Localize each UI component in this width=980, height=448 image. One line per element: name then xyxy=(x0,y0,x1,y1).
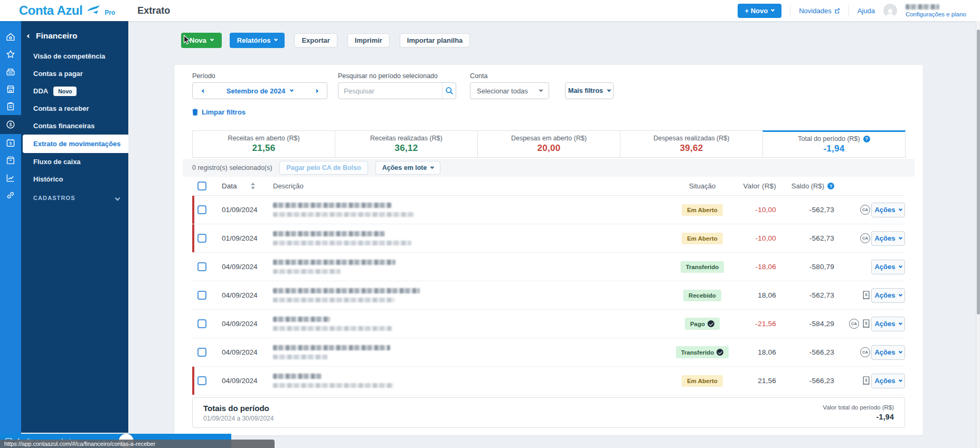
bulk-actions-bar: 0 registro(s) selecionado(s) Pagar pelo … xyxy=(183,159,915,177)
ca-de-bolso-icon: CA xyxy=(860,233,870,243)
user-block: Configurações e plano xyxy=(906,4,966,17)
next-period-button[interactable] xyxy=(306,83,327,99)
svg-text:$: $ xyxy=(865,378,868,383)
rail-package-icon[interactable] xyxy=(0,151,21,169)
overdue-flag xyxy=(192,367,194,395)
svg-text:$: $ xyxy=(865,321,868,326)
periodo-label: Período xyxy=(192,72,327,80)
sort-icon[interactable] xyxy=(251,183,255,189)
overdue-flag xyxy=(192,224,194,252)
receipt-icon: $ xyxy=(862,376,870,385)
importar-planilha-button[interactable]: Importar planilha xyxy=(400,33,470,47)
search-input[interactable] xyxy=(338,87,442,95)
help-icon[interactable]: ? xyxy=(827,183,834,189)
card-despesas-em-aberto[interactable]: Despesas em aberto (R$) 20,00 xyxy=(477,130,620,158)
sidebar-item-fluxo-de-caixa[interactable]: Fluxo de caixa xyxy=(21,153,128,170)
acoes-em-lote-button[interactable]: Ações em lote xyxy=(375,161,441,175)
card-total-do-periodo[interactable]: Total do período (R$) ? -1,94 xyxy=(762,130,906,158)
rail-home-icon[interactable] xyxy=(0,28,21,45)
sidebar-items: Visão de competência Contas a pagar DDA … xyxy=(21,47,128,188)
sidebar-icon-rail: $ $ xyxy=(0,21,21,434)
status-badge: Transferido xyxy=(681,261,724,273)
description-redacted xyxy=(266,203,671,217)
chevron-down-icon xyxy=(539,88,543,92)
receipt-icon: $ xyxy=(862,291,870,300)
card-receitas-em-aberto[interactable]: Receitas em aberto (R$) 21,56 xyxy=(192,130,335,158)
select-all-checkbox[interactable] xyxy=(197,182,206,190)
description-redacted xyxy=(266,288,671,302)
divider xyxy=(790,5,790,16)
avatar[interactable] xyxy=(883,4,897,17)
rail-chart-line-icon[interactable] xyxy=(0,169,21,186)
rail-clipboard-icon[interactable] xyxy=(0,98,21,115)
scrollbar[interactable] xyxy=(976,21,980,448)
content-card: Período Setembro de 2024 Pesquisar no pe… xyxy=(174,65,923,435)
row-checkbox[interactable] xyxy=(197,205,206,214)
page-title: Extrato xyxy=(137,5,170,16)
rail-store-icon[interactable] xyxy=(0,80,21,98)
previous-period-button[interactable] xyxy=(193,83,214,99)
limpar-filtros-link[interactable]: Limpar filtros xyxy=(192,108,246,116)
sidebar-section-cadastros[interactable]: CADASTROS xyxy=(21,195,128,201)
help-icon[interactable]: ? xyxy=(863,136,870,142)
filters-bar: Período Setembro de 2024 Pesquisar no pe… xyxy=(192,72,905,99)
table-row: 04/09/2024 Pago -21,56 -584,29 CA $ Açõe… xyxy=(192,310,905,338)
summary-cards: Receitas em aberto (R$) 21,56 Receitas r… xyxy=(192,130,905,158)
sidebar-item-historico[interactable]: Histórico xyxy=(21,170,128,188)
card-receitas-realizadas[interactable]: Receitas realizadas (R$) 36,12 xyxy=(335,130,478,158)
row-checkbox[interactable] xyxy=(197,376,206,385)
row-checkbox[interactable] xyxy=(197,234,206,243)
rail-link-icon[interactable] xyxy=(0,186,21,204)
row-checkbox[interactable] xyxy=(197,291,206,300)
acoes-button[interactable]: Ações xyxy=(871,231,905,246)
imprimir-button[interactable]: Imprimir xyxy=(347,33,390,47)
table-header: Data Descrição Situação Valor (R$) Saldo… xyxy=(192,177,905,196)
rail-calendar-dollar-icon[interactable]: $ xyxy=(0,134,21,151)
novidades-link[interactable]: Novidades xyxy=(799,7,840,15)
period-totals: Totais do período 01/09/2024 a 30/09/202… xyxy=(192,397,905,428)
acoes-button[interactable]: Ações xyxy=(871,374,905,388)
sidebar-item-extrato-de-movimentacoes[interactable]: Extrato de movimentações xyxy=(23,135,128,153)
row-checkbox[interactable] xyxy=(197,348,206,357)
scrollbar-thumb[interactable] xyxy=(977,30,980,314)
acoes-button[interactable]: Ações xyxy=(871,203,905,217)
novo-button[interactable]: + Novo xyxy=(738,4,782,18)
status-badge: Pago xyxy=(685,318,720,330)
sidebar-section-financeiro[interactable]: Financeiro xyxy=(21,21,128,41)
relatorios-button[interactable]: Relatórios xyxy=(230,33,285,48)
ca-de-bolso-icon: CA xyxy=(849,319,859,329)
search-button[interactable] xyxy=(442,83,456,99)
row-checkbox[interactable] xyxy=(197,262,206,271)
chevron-down-icon xyxy=(290,88,294,92)
card-despesas-realizadas[interactable]: Despesas realizadas (R$) 39,62 xyxy=(620,130,763,158)
status-badge: Em Aberto xyxy=(682,204,723,216)
pagar-ca-bolso-button[interactable]: Pagar pelo CA de Bolso xyxy=(279,161,368,175)
contaazul-logo[interactable]: Conta Azul Pro xyxy=(19,3,115,18)
ajuda-link[interactable]: Ajuda xyxy=(858,7,875,15)
column-data: Data xyxy=(222,182,237,190)
acoes-button[interactable]: Ações xyxy=(871,317,905,331)
row-checkbox[interactable] xyxy=(197,319,206,328)
acoes-button[interactable]: Ações xyxy=(871,345,905,360)
logo-text-conta: Conta xyxy=(19,3,54,18)
header-actions: + Novo Novidades Ajuda Configurações e p… xyxy=(738,4,980,18)
rail-star-icon[interactable] xyxy=(0,45,21,63)
sidebar-item-dda[interactable]: DDA Novo xyxy=(21,82,128,100)
sidebar-item-contas-a-pagar[interactable]: Contas a pagar xyxy=(21,65,128,82)
exportar-button[interactable]: Exportar xyxy=(294,33,337,47)
column-situacao: Situação xyxy=(689,182,716,190)
acoes-button[interactable]: Ações xyxy=(871,260,905,274)
rail-finance-dollar-icon[interactable]: $ xyxy=(0,115,21,134)
rail-cash-register-icon[interactable] xyxy=(0,63,21,80)
browser-status-url: https://app.contaazul.com/#/ca/financeir… xyxy=(0,440,275,448)
sidebar-item-contas-a-receber[interactable]: Contas a receber xyxy=(21,100,128,117)
conta-select[interactable]: Selecionar todas xyxy=(470,82,549,99)
app-root: { "icons": { "ca": "CA", "dollar": "$", … xyxy=(0,0,980,448)
sidebar-item-contas-financeiras[interactable]: Contas financeiras xyxy=(21,117,128,135)
sidebar-item-visao-de-competencia[interactable]: Visão de competência xyxy=(21,47,128,65)
periodo-group: Período Setembro de 2024 xyxy=(192,72,327,99)
periodo-selector[interactable]: Setembro de 2024 xyxy=(214,87,306,95)
mais-filtros-button[interactable]: Mais filtros xyxy=(565,82,614,99)
configuracoes-link[interactable]: Configurações e plano xyxy=(906,11,966,17)
acoes-button[interactable]: Ações xyxy=(871,288,905,303)
